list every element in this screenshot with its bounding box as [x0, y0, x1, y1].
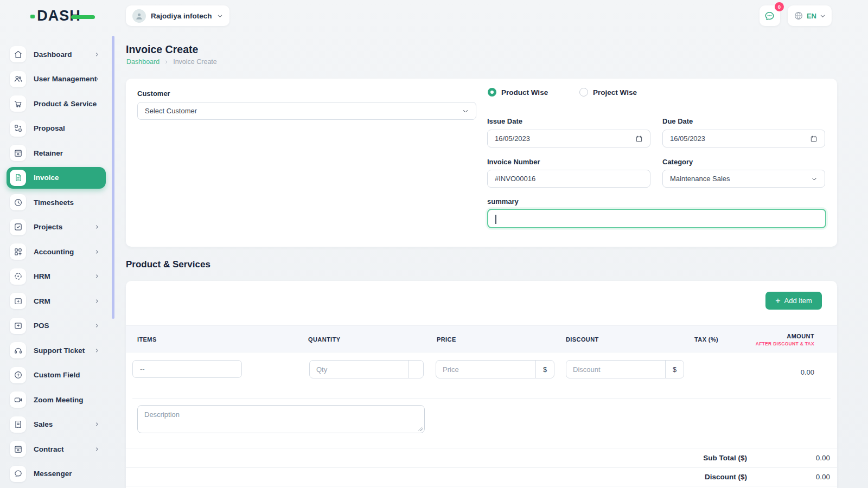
add-item-button[interactable]: + Add item: [765, 292, 822, 310]
breadcrumb-dashboard-link[interactable]: Dashboard: [126, 58, 159, 66]
app-logo[interactable]: DASH: [30, 8, 81, 24]
plus-icon: +: [775, 297, 780, 305]
product-wise-option[interactable]: Product Wise: [488, 88, 548, 97]
col-price: PRICE: [437, 326, 456, 353]
summary-label: summary: [487, 197, 519, 206]
sidebar-item-crm[interactable]: CRM: [7, 290, 106, 312]
messages-button[interactable]: 0: [760, 5, 780, 26]
sidebar-item-contract[interactable]: Contract: [7, 438, 106, 460]
category-label: Category: [662, 158, 693, 166]
description-textarea[interactable]: [137, 405, 425, 433]
customer-select-value: Select Customer: [138, 107, 462, 115]
card-plus-icon: [10, 318, 26, 334]
add-item-label: Add item: [784, 297, 812, 305]
due-date-label: Due Date: [662, 117, 693, 125]
sidebar-item-pos[interactable]: POS: [7, 315, 106, 337]
price-input[interactable]: [436, 361, 535, 378]
chevron-right-icon: [94, 52, 100, 57]
category-select[interactable]: Maintenance Sales: [662, 170, 825, 188]
sidebar-item-label: Custom Field: [34, 371, 80, 379]
project-wise-label: Project Wise: [593, 88, 637, 97]
chevron-down-icon: [820, 13, 826, 19]
chevron-right-icon: [94, 421, 100, 427]
chevron-down-icon: [811, 176, 818, 182]
person-icon: [135, 12, 143, 20]
chat-bubble-icon: [10, 466, 26, 482]
resize-grip-icon[interactable]: [418, 426, 423, 431]
product-wise-radio[interactable]: [488, 88, 496, 97]
sidebar-item-label: Timesheets: [34, 198, 74, 207]
sidebar-scrollbar[interactable]: [112, 36, 114, 319]
discount-total-label: Discount ($): [705, 473, 747, 481]
users-icon: [10, 71, 26, 87]
sidebar-item-invoice[interactable]: Invoice: [7, 167, 106, 189]
col-amount-title: AMOUNT: [787, 333, 814, 339]
item-select-value: --: [133, 365, 241, 373]
logo-dash: [71, 15, 95, 19]
sidebar-item-label: Accounting: [34, 248, 74, 256]
invoice-number-label: Invoice Number: [487, 158, 540, 166]
grid-plus-icon: [10, 243, 26, 260]
sidebar-item-label: Proposal: [34, 124, 65, 132]
sidebar-item-dashboard[interactable]: Dashboard: [7, 43, 106, 65]
sidebar-item-support-ticket[interactable]: Support Ticket: [7, 339, 106, 361]
sidebar-item-timesheets[interactable]: Timesheets: [7, 191, 106, 213]
subtotal-value: 0.00: [747, 454, 830, 462]
language-code: EN: [807, 12, 816, 20]
discount-total-row: Discount ($) 0.00: [126, 467, 837, 487]
logo-wrap: DASH: [0, 8, 111, 24]
sidebar-item-hrm[interactable]: HRM: [7, 266, 106, 287]
sidebar-item-label: Zoom Meeting: [34, 396, 84, 404]
summary-textarea[interactable]: [487, 209, 826, 228]
items-section-heading: Product & Services: [126, 259, 210, 270]
quantity-input-group: [309, 360, 424, 378]
price-currency-addon: $: [535, 361, 554, 378]
breadcrumb: Dashboard Invoice Create: [126, 58, 217, 66]
chevron-right-icon: [94, 298, 100, 304]
sidebar-item-sales[interactable]: Sales: [7, 414, 106, 435]
dashed-circle-icon: [10, 268, 26, 285]
sidebar-item-zoom-meeting[interactable]: Zoom Meeting: [7, 389, 106, 410]
globe-icon: [794, 11, 803, 21]
discount-input[interactable]: [566, 361, 665, 378]
sidebar-item-projects[interactable]: Projects: [7, 216, 106, 238]
card-plus-icon: [10, 293, 26, 309]
item-select[interactable]: --: [132, 360, 242, 378]
sidebar-item-retainer[interactable]: Retainer: [7, 142, 106, 164]
video-camera-icon: [10, 391, 26, 408]
col-discount: DISCOUNT: [566, 326, 599, 353]
chevron-right-icon: [94, 348, 100, 354]
customer-select[interactable]: Select Customer: [137, 102, 476, 120]
project-wise-radio[interactable]: [579, 88, 588, 97]
quantity-stepper[interactable]: [408, 361, 423, 378]
workspace-switcher[interactable]: Rajodiya infotech: [126, 5, 229, 26]
sidebar-item-custom-field[interactable]: Custom Field: [7, 364, 106, 386]
issue-date-value: 16/05/2023: [488, 134, 635, 143]
card-badge-icon: [10, 145, 26, 161]
sidebar-item-accounting[interactable]: Accounting: [7, 241, 106, 262]
chevron-right-icon: [94, 76, 100, 82]
sidebar-item-label: Product & Service: [34, 100, 97, 108]
chevron-down-icon: [462, 108, 469, 114]
items-table-header: ITEMS QUANTITY PRICE DISCOUNT TAX (%) AM…: [126, 325, 837, 352]
due-date-input[interactable]: 16/05/2023: [662, 130, 825, 147]
sidebar-item-product-service[interactable]: Product & Service: [7, 93, 106, 114]
issue-date-input[interactable]: 16/05/2023: [487, 130, 650, 147]
workspace-name: Rajodiya infotech: [151, 12, 212, 20]
quantity-input[interactable]: [310, 361, 408, 378]
chevron-right-icon: [94, 249, 100, 255]
sidebar-item-user-management[interactable]: User Management: [7, 68, 106, 90]
chevron-right-icon: [164, 60, 169, 65]
chevron-right-icon: [94, 323, 100, 329]
chevron-right-icon: [94, 273, 100, 279]
invoice-number-input[interactable]: [487, 170, 650, 188]
language-selector[interactable]: EN: [788, 5, 832, 26]
discount-total-value: 0.00: [747, 473, 830, 481]
sidebar-item-proposal[interactable]: Proposal: [7, 118, 106, 139]
sidebar-item-label: Sales: [34, 420, 53, 428]
workspace-avatar: [132, 9, 146, 23]
top-header: DASH Rajodiya infotech 0 EN: [0, 0, 868, 31]
sidebar-item-messenger[interactable]: Messenger: [7, 463, 106, 485]
project-wise-option[interactable]: Project Wise: [579, 88, 637, 97]
cart-icon: [10, 95, 26, 112]
